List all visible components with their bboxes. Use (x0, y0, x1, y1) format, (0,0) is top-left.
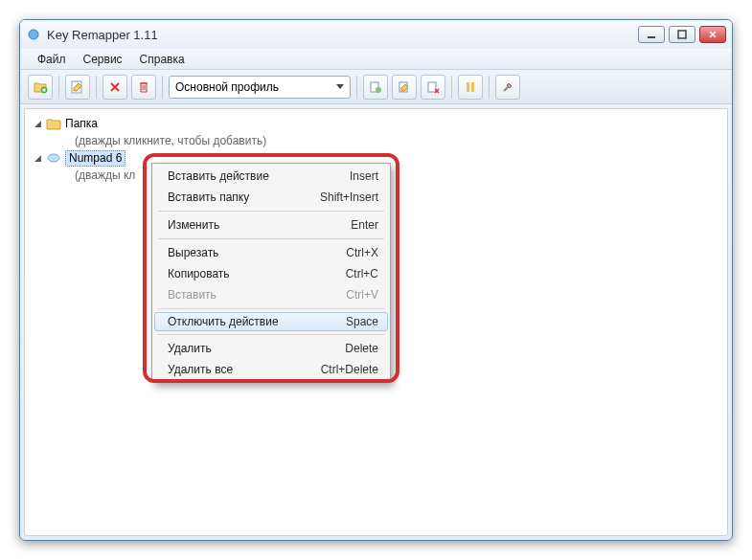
ctx-shortcut: Insert (350, 169, 378, 183)
svg-rect-9 (467, 82, 469, 92)
ctx-label: Вставить (168, 288, 216, 302)
toolbar-separator (58, 76, 59, 99)
menu-service[interactable]: Сервис (76, 51, 130, 68)
settings-button[interactable] (495, 75, 520, 100)
ctx-separator (158, 211, 384, 212)
ctx-shortcut: Enter (351, 218, 378, 232)
toolbar-separator (356, 76, 357, 99)
ctx-label: Изменить (168, 218, 219, 232)
edit-button[interactable] (65, 75, 90, 100)
ctx-shortcut: Shift+Insert (320, 190, 378, 204)
tree-folder-row[interactable]: ◢ Папка (33, 115, 719, 132)
window-buttons (638, 26, 726, 43)
folder-label: Папка (65, 117, 98, 130)
folder-hint: (дважды кликните, чтобы добавить) (75, 134, 266, 147)
maximize-button[interactable] (669, 26, 695, 43)
ctx-shortcut: Space (346, 315, 378, 328)
titlebar: Key Remapper 1.11 (20, 20, 732, 49)
menu-file[interactable]: Файл (30, 51, 74, 68)
tree-hint-row[interactable]: (дважды кликните, чтобы добавить) (33, 132, 719, 149)
close-button[interactable] (699, 26, 726, 43)
ctx-cut[interactable]: Вырезать Ctrl+X (154, 242, 388, 263)
ctx-edit[interactable]: Изменить Enter (154, 214, 388, 235)
ctx-separator (158, 308, 384, 309)
profile-value: Основной профиль (175, 80, 279, 94)
context-menu: Вставить действие Insert Вставить папку … (151, 163, 391, 383)
svg-rect-8 (428, 82, 436, 92)
key-hint: (дважды кл (75, 168, 135, 182)
ctx-paste: Вставить Ctrl+V (154, 284, 388, 305)
pause-button[interactable] (458, 75, 483, 100)
ctx-label: Вставить папку (168, 190, 249, 204)
toolbar-separator (489, 76, 490, 99)
ctx-label: Отключить действие (168, 315, 279, 328)
key-icon (46, 150, 61, 166)
toolbar-separator (451, 76, 452, 99)
ctx-disable-action[interactable]: Отключить действие Space (154, 312, 388, 331)
ctx-delete-all[interactable]: Удалить все Ctrl+Delete (154, 359, 388, 380)
app-window: Key Remapper 1.11 Файл Сервис Справка (19, 19, 733, 541)
ctx-insert-action[interactable]: Вставить действие Insert (154, 166, 388, 187)
folder-icon (46, 116, 61, 131)
ctx-label: Удалить (168, 342, 212, 355)
menubar: Файл Сервис Справка (20, 49, 732, 70)
add-folder-button[interactable] (28, 75, 53, 100)
selected-key-label: Numpad 6 (65, 150, 125, 167)
ctx-shortcut: Ctrl+X (346, 246, 378, 259)
svg-rect-2 (678, 31, 686, 38)
ctx-label: Вырезать (168, 246, 218, 259)
delete-button[interactable] (103, 75, 127, 100)
svg-point-0 (29, 30, 38, 39)
ctx-shortcut: Ctrl+C (346, 267, 378, 280)
ctx-copy[interactable]: Копировать Ctrl+C (154, 263, 388, 284)
svg-rect-10 (471, 82, 474, 92)
ctx-shortcut: Delete (345, 342, 378, 355)
toolbar-separator (96, 76, 97, 99)
window-title: Key Remapper 1.11 (47, 28, 638, 42)
chevron-down-icon (336, 84, 344, 89)
ctx-delete[interactable]: Удалить Delete (154, 338, 388, 359)
content-area: ◢ Папка (дважды кликните, чтобы добавить… (24, 108, 728, 536)
ctx-insert-folder[interactable]: Вставить папку Shift+Insert (154, 187, 388, 208)
menu-help[interactable]: Справка (132, 51, 193, 68)
ctx-label: Копировать (168, 267, 230, 280)
collapse-icon[interactable]: ◢ (33, 119, 42, 128)
ctx-shortcut: Ctrl+Delete (321, 363, 378, 376)
collapse-icon[interactable]: ◢ (33, 153, 42, 163)
profile-combo[interactable]: Основной профиль (169, 76, 351, 99)
ctx-separator (158, 238, 384, 239)
svg-point-6 (376, 87, 381, 93)
ctx-label: Вставить действие (168, 169, 269, 183)
toolbar-separator (162, 76, 163, 99)
delete-all-button[interactable] (131, 75, 156, 100)
ctx-separator (158, 334, 384, 335)
svg-point-11 (48, 154, 59, 162)
app-icon (26, 27, 41, 42)
svg-rect-1 (648, 36, 655, 38)
rename-profile-button[interactable] (392, 75, 417, 100)
minimize-button[interactable] (638, 26, 665, 43)
delete-profile-button[interactable] (421, 75, 445, 100)
new-profile-button[interactable] (363, 75, 388, 100)
toolbar: Основной профиль (20, 70, 732, 104)
ctx-shortcut: Ctrl+V (346, 288, 378, 302)
ctx-label: Удалить все (168, 363, 233, 376)
